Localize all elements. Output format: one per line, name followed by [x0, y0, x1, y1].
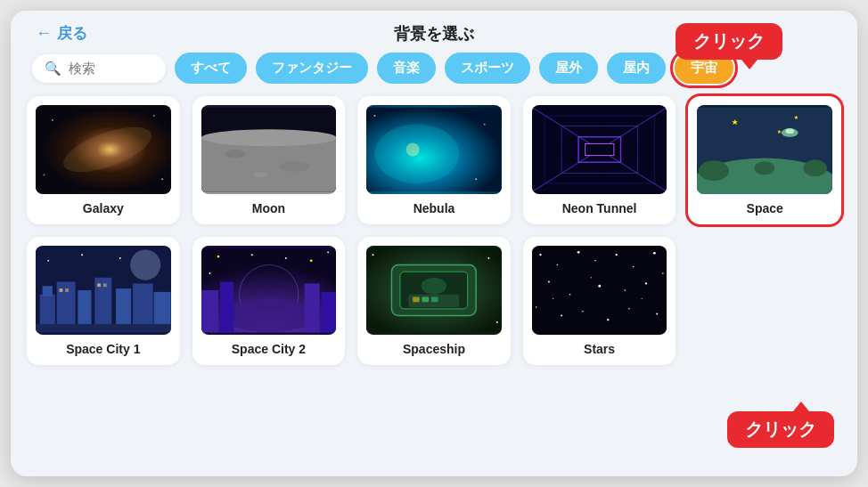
svg-point-90	[598, 285, 601, 288]
list-item[interactable]: Moon	[192, 96, 346, 224]
list-item[interactable]: Spaceship	[357, 237, 511, 365]
svg-point-81	[556, 264, 558, 266]
filter-btn-fantasy[interactable]: ファンタジー	[256, 53, 368, 84]
svg-point-87	[662, 272, 664, 274]
svg-point-63	[309, 259, 312, 262]
svg-point-83	[594, 260, 596, 262]
svg-point-82	[577, 251, 579, 254]
thumbnail-galaxy	[36, 105, 171, 194]
back-arrow-icon: ←	[36, 24, 52, 43]
svg-point-98	[656, 313, 658, 315]
list-item[interactable]: Nebula	[357, 96, 511, 224]
list-item[interactable]: Galaxy	[27, 96, 180, 224]
svg-rect-42	[78, 290, 91, 329]
svg-point-78	[496, 321, 498, 323]
svg-rect-49	[97, 283, 101, 287]
item-label-galaxy: Galaxy	[83, 201, 124, 215]
search-box[interactable]: 🔍	[32, 54, 166, 83]
svg-point-38	[130, 250, 160, 280]
filter-btn-music[interactable]: 音楽	[377, 53, 436, 84]
svg-point-75	[422, 278, 446, 295]
svg-point-76	[373, 254, 374, 256]
item-label-stars: Stars	[584, 342, 615, 356]
filter-btn-outdoor[interactable]: 屋外	[539, 53, 598, 84]
search-input[interactable]	[69, 61, 149, 76]
svg-point-101	[553, 298, 553, 299]
svg-point-67	[209, 272, 210, 274]
background-grid: Galaxy Moon	[27, 96, 841, 365]
svg-point-10	[279, 161, 309, 171]
svg-rect-59	[219, 282, 233, 333]
svg-point-53	[119, 257, 121, 259]
svg-point-77	[488, 257, 490, 259]
svg-rect-48	[65, 288, 69, 292]
svg-point-100	[641, 298, 642, 299]
item-label-nebula: Nebula	[414, 201, 455, 215]
svg-point-57	[222, 298, 315, 332]
thumbnail-space	[697, 105, 832, 194]
svg-point-30	[804, 159, 828, 176]
svg-rect-44	[116, 288, 131, 329]
thumbnail-spaceship	[366, 246, 502, 335]
item-label-moon: Moon	[252, 201, 285, 215]
list-item[interactable]: Space City 2	[192, 237, 346, 365]
svg-rect-45	[133, 283, 153, 328]
svg-point-95	[582, 311, 584, 312]
list-item[interactable]: Space	[688, 96, 841, 224]
back-button[interactable]: ← 戻る	[36, 23, 87, 44]
thumbnail-spacecity1	[36, 246, 171, 335]
svg-rect-79	[532, 248, 667, 333]
svg-point-91	[624, 289, 626, 291]
svg-point-93	[536, 306, 537, 308]
thumbnail-spacecity2	[201, 246, 337, 335]
filter-btn-indoor[interactable]: 屋内	[607, 53, 666, 84]
item-label-neon-tunnel: Neon Tunnel	[562, 201, 637, 215]
svg-point-36	[786, 128, 794, 134]
svg-rect-54	[36, 324, 171, 332]
list-item[interactable]: Space City 1	[27, 237, 180, 365]
page-title: 背景を選ぶ	[394, 23, 474, 45]
svg-rect-47	[60, 288, 63, 292]
svg-point-31	[755, 161, 775, 175]
svg-point-8	[201, 129, 337, 146]
item-label-spaceship: Spaceship	[403, 342, 465, 356]
svg-point-15	[374, 115, 376, 117]
list-item[interactable]: Neon Tunnel	[523, 96, 676, 224]
filter-btn-sports[interactable]: スポーツ	[445, 53, 530, 84]
svg-point-5	[161, 178, 163, 180]
list-item[interactable]: Stars	[523, 237, 676, 365]
svg-rect-39	[40, 295, 55, 329]
svg-point-29	[699, 160, 729, 181]
svg-point-97	[628, 308, 630, 310]
svg-point-99	[590, 277, 591, 278]
svg-rect-58	[201, 290, 218, 332]
svg-rect-50	[103, 283, 107, 287]
svg-point-80	[539, 254, 541, 256]
svg-point-96	[607, 319, 609, 321]
svg-point-85	[633, 266, 635, 268]
svg-point-2	[52, 119, 53, 121]
svg-point-11	[252, 173, 267, 178]
callout-bottom: クリック	[727, 411, 834, 448]
svg-point-65	[284, 257, 286, 259]
thumbnail-neon-tunnel	[532, 105, 667, 194]
thumbnail-moon	[201, 105, 337, 194]
svg-point-88	[548, 281, 550, 283]
search-icon: 🔍	[45, 61, 61, 77]
item-label-space: Space	[747, 201, 783, 215]
callout-top: クリック	[676, 23, 782, 60]
svg-point-3	[153, 115, 155, 117]
item-label-spacecity2: Space City 2	[232, 342, 306, 356]
svg-point-64	[250, 254, 252, 256]
thumbnail-nebula	[366, 105, 502, 194]
filter-btn-all[interactable]: すべて	[175, 53, 247, 84]
back-label: 戻る	[57, 23, 87, 44]
svg-rect-60	[304, 283, 319, 332]
svg-point-86	[653, 252, 656, 255]
svg-rect-61	[321, 292, 336, 332]
svg-rect-74	[431, 297, 438, 303]
svg-point-16	[484, 124, 486, 126]
svg-point-89	[569, 294, 571, 296]
svg-point-94	[561, 314, 562, 316]
svg-rect-40	[43, 286, 53, 296]
